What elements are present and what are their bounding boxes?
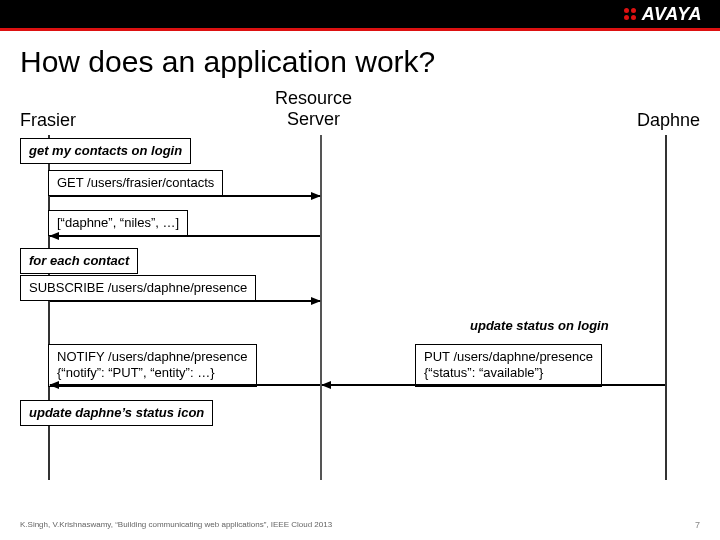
- arrow-subscribe: [50, 300, 320, 302]
- slide: AVAYA How does an application work? Fras…: [0, 0, 720, 540]
- msg-put-presence: PUT /users/daphne/presence {“status”: “a…: [415, 344, 602, 387]
- slide-title: How does an application work?: [0, 31, 720, 85]
- brand-dots-icon: [624, 8, 636, 20]
- footer-citation: K.Singh, V.Krishnaswamy, “Building commu…: [20, 520, 332, 530]
- msg-notify: NOTIFY /users/daphne/presence {“notify”:…: [48, 344, 257, 387]
- slide-number: 7: [695, 520, 700, 530]
- brand-logo: AVAYA: [624, 4, 702, 25]
- note-update-status-login: update status on login: [470, 318, 609, 333]
- brand-bar: AVAYA: [0, 0, 720, 28]
- arrow-get-contacts: [50, 195, 320, 197]
- slide-footer: K.Singh, V.Krishnaswamy, “Building commu…: [20, 520, 700, 530]
- brand-name: AVAYA: [642, 4, 702, 25]
- lifeline-resource-server: [320, 135, 322, 480]
- note-get-contacts: get my contacts on login: [20, 138, 191, 164]
- note-for-each-contact: for each contact: [20, 248, 138, 274]
- note-update-icon: update daphne’s status icon: [20, 400, 213, 426]
- actor-resource-server: Resource Server: [275, 88, 352, 129]
- arrow-notify: [50, 384, 320, 386]
- sequence-diagram: Frasier Resource Server Daphne get my co…: [20, 90, 700, 500]
- msg-get-contacts: GET /users/frasier/contacts: [48, 170, 223, 196]
- msg-subscribe: SUBSCRIBE /users/daphne/presence: [20, 275, 256, 301]
- actor-frasier: Frasier: [20, 110, 76, 131]
- arrow-contacts-response: [50, 235, 320, 237]
- msg-contacts-response: [“daphne”, “niles”, …]: [48, 210, 188, 236]
- actor-daphne: Daphne: [637, 110, 700, 131]
- arrow-put-presence: [322, 384, 665, 386]
- lifeline-daphne: [665, 135, 667, 480]
